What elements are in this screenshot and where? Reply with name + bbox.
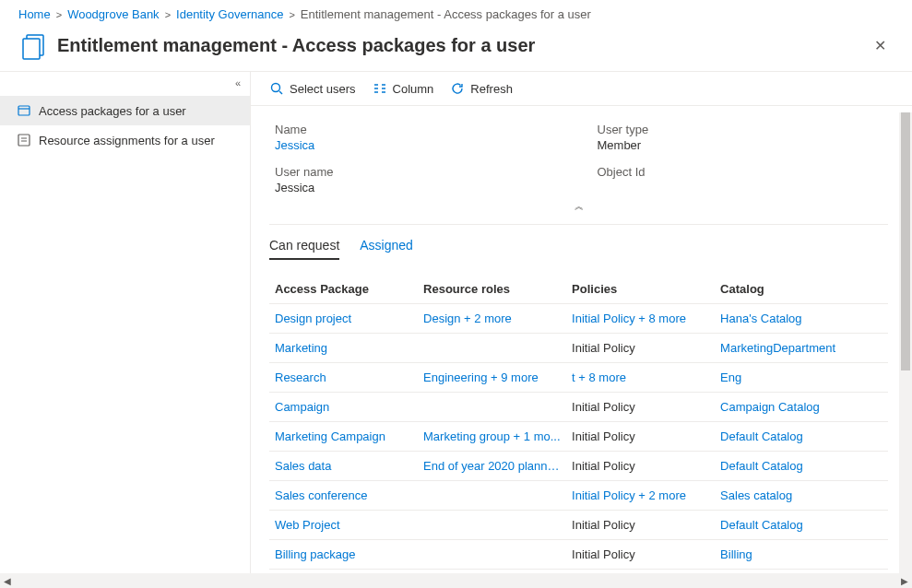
table-row[interactable]: ResearchEngineering + 9 moret + 8 moreEn…: [269, 363, 888, 393]
main-panel: Select users Column Refresh Name: [251, 72, 912, 588]
table-row[interactable]: Design projectDesign + 2 moreInitial Pol…: [269, 304, 888, 334]
cell-resource-roles: [418, 511, 566, 540]
columns-icon: [373, 81, 387, 96]
scroll-right-icon[interactable]: ▶: [899, 576, 910, 586]
page-header: Entitlement management - Access packages…: [0, 27, 912, 72]
svg-rect-3: [18, 135, 30, 146]
sidebar-item-label: Access packages for a user: [39, 104, 186, 118]
cell-access-package[interactable]: Marketing: [269, 334, 418, 363]
access-packages-table: Access Package Resource roles Policies C…: [251, 275, 906, 588]
cell-access-package[interactable]: Sales data: [269, 452, 418, 481]
chevron-right-icon: >: [165, 9, 171, 20]
usertype-value: Member: [598, 138, 883, 152]
toolbar-label: Column: [393, 82, 434, 96]
cell-policies: Initial Policy: [566, 511, 715, 540]
cell-resource-roles: [418, 481, 566, 511]
breadcrumb-org[interactable]: Woodgrove Bank: [67, 7, 160, 21]
cell-resource-roles[interactable]: End of year 2020 plannin...: [418, 452, 566, 481]
chevron-double-left-icon: «: [235, 77, 241, 88]
name-value[interactable]: Jessica: [275, 138, 561, 152]
table-row[interactable]: Marketing CampaignMarketing group + 1 mo…: [269, 422, 888, 452]
scrollbar-thumb[interactable]: [901, 112, 910, 370]
page-title: Entitlement management - Access packages…: [57, 35, 867, 56]
cell-resource-roles: [418, 334, 566, 363]
cell-catalog[interactable]: Campaign Catalog: [715, 393, 888, 422]
col-catalog[interactable]: Catalog: [715, 275, 888, 304]
table-row[interactable]: CampaignInitial PolicyCampaign Catalog: [269, 393, 888, 422]
select-users-button[interactable]: Select users: [269, 81, 356, 96]
entitlement-icon: [18, 30, 48, 60]
sidebar: « Access packages for a user Resource as…: [0, 72, 251, 588]
cell-catalog[interactable]: Default Catalog: [715, 511, 888, 540]
cell-access-package[interactable]: Research: [269, 363, 418, 393]
table-row[interactable]: Sales conferenceInitial Policy + 2 moreS…: [269, 481, 888, 511]
refresh-button[interactable]: Refresh: [450, 81, 513, 96]
col-access-package[interactable]: Access Package: [269, 275, 418, 304]
sidebar-item-resource-assignments[interactable]: Resource assignments for a user: [0, 125, 250, 155]
collapse-details-button[interactable]: ︽: [275, 194, 882, 215]
breadcrumb-idgov[interactable]: Identity Governance: [176, 7, 283, 21]
package-icon: [17, 103, 31, 118]
chevron-right-icon: >: [289, 9, 294, 20]
table-row[interactable]: Web ProjectInitial PolicyDefault Catalog: [269, 511, 888, 540]
vertical-scrollbar[interactable]: [899, 112, 912, 588]
table-row[interactable]: MarketingInitial PolicyMarketingDepartme…: [269, 334, 888, 363]
cell-resource-roles[interactable]: Design + 2 more: [418, 304, 566, 334]
toolbar-label: Refresh: [470, 82, 513, 96]
sidebar-item-access-packages[interactable]: Access packages for a user: [0, 96, 250, 125]
username-label: User name: [275, 165, 561, 179]
cell-catalog[interactable]: Eng: [715, 363, 888, 393]
cell-catalog[interactable]: Default Catalog: [715, 422, 888, 452]
close-button[interactable]: ✕: [867, 33, 894, 58]
cell-resource-roles[interactable]: Marketing group + 1 mo...: [418, 422, 566, 452]
table-row[interactable]: Billing packageInitial PolicyBilling: [269, 540, 888, 570]
collapse-sidebar-button[interactable]: «: [235, 77, 241, 88]
toolbar-label: Select users: [290, 82, 356, 96]
sidebar-item-label: Resource assignments for a user: [39, 134, 215, 147]
scroll-left-icon[interactable]: ◀: [2, 576, 13, 586]
cell-catalog[interactable]: Hana's Catalog: [715, 304, 888, 334]
tab-assigned[interactable]: Assigned: [360, 238, 413, 260]
cell-access-package[interactable]: Sales conference: [269, 481, 418, 511]
cell-resource-roles: [418, 393, 566, 422]
cell-policies: Initial Policy: [566, 540, 715, 570]
content-scroll[interactable]: Name Jessica User type Member User name …: [251, 106, 912, 588]
chevron-double-up-icon: ︽: [574, 201, 584, 211]
cell-catalog[interactable]: Billing: [715, 540, 888, 570]
objectid-label: Object Id: [598, 165, 883, 179]
svg-point-4: [272, 84, 280, 92]
cell-catalog[interactable]: Sales catalog: [715, 481, 888, 511]
cell-policies: Initial Policy: [566, 422, 715, 452]
name-label: Name: [275, 123, 561, 136]
chevron-right-icon: >: [56, 9, 62, 20]
cell-policies: Initial Policy: [566, 393, 715, 422]
cell-access-package[interactable]: Billing package: [269, 540, 418, 570]
cell-resource-roles[interactable]: Engineering + 9 more: [418, 363, 566, 393]
cell-access-package[interactable]: Design project: [269, 304, 418, 334]
cell-access-package[interactable]: Web Project: [269, 511, 418, 540]
cell-access-package[interactable]: Campaign: [269, 393, 418, 422]
table-row[interactable]: Sales dataEnd of year 2020 plannin...Ini…: [269, 452, 888, 481]
col-policies[interactable]: Policies: [566, 275, 715, 304]
cell-policies[interactable]: Initial Policy + 8 more: [566, 304, 715, 334]
cell-policies: Initial Policy: [566, 334, 715, 363]
toolbar: Select users Column Refresh: [251, 72, 912, 106]
search-icon: [269, 81, 284, 96]
cell-policies[interactable]: t + 8 more: [566, 363, 715, 393]
column-button[interactable]: Column: [373, 81, 434, 96]
cell-access-package[interactable]: Marketing Campaign: [269, 422, 418, 452]
col-resource-roles[interactable]: Resource roles: [418, 275, 566, 304]
cell-policies: Initial Policy: [566, 452, 715, 481]
close-icon: ✕: [874, 38, 886, 53]
cell-policies[interactable]: Initial Policy + 2 more: [566, 481, 715, 511]
cell-catalog[interactable]: Default Catalog: [715, 452, 888, 481]
svg-rect-2: [18, 106, 30, 115]
breadcrumb-home[interactable]: Home: [18, 7, 51, 21]
breadcrumb-current: Entitlement management - Access packages…: [301, 7, 591, 21]
svg-rect-1: [23, 39, 40, 59]
tab-can-request[interactable]: Can request: [269, 238, 339, 260]
username-value: Jessica: [275, 181, 561, 194]
breadcrumb: Home > Woodgrove Bank > Identity Governa…: [0, 0, 912, 27]
cell-catalog[interactable]: MarketingDepartment: [715, 334, 888, 363]
horizontal-scrollbar[interactable]: ◀ ▶: [0, 573, 912, 588]
